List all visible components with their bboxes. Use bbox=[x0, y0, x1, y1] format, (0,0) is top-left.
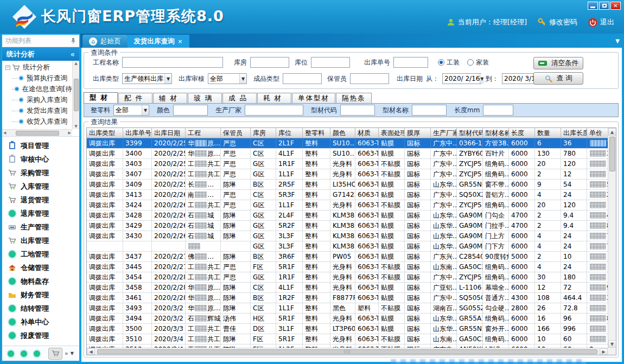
column-header-出库类型[interactable]: 出库类型 bbox=[87, 128, 123, 138]
material-tab-型材[interactable]: 型材 bbox=[84, 92, 118, 103]
column-header-颜色[interactable]: 颜色 bbox=[330, 128, 355, 138]
table-row[interactable]: 调拨出库35002020/3/3工共工程曹佳D区3L1F整料LT3P606063… bbox=[87, 324, 608, 334]
table-row[interactable]: 调拨出库34242020/2/26工共工程严思G区1L1F整料光身料6063-T… bbox=[87, 200, 608, 210]
table-row[interactable]: 调拨出库34582020/2/28华原…陈琳C区4L1F整料光身料6063-T5… bbox=[87, 283, 608, 293]
column-header-出库单号[interactable]: 出库单号 bbox=[123, 128, 152, 138]
tree-item[interactable]: 预算执行查询 bbox=[5, 73, 72, 84]
sidebar-item-采购管理[interactable]: 采购管理 bbox=[2, 166, 79, 180]
date-from-picker[interactable]: 2020/ 2/16▼ bbox=[442, 73, 481, 84]
tab-home[interactable]: ⌂ 起始页 bbox=[82, 35, 128, 48]
grid-vertical-scrollbar[interactable]: ▲ ▼ bbox=[608, 128, 616, 348]
warehouse-input[interactable] bbox=[250, 57, 289, 68]
table-row[interactable]: 调拨出库34452020/2/27工共工程严思F区5R1F整料光身料6063-T… bbox=[87, 262, 608, 272]
table-row[interactable]: 调拨出库33992020/2/25华原…严思C区2L1F整料SU10…6063-… bbox=[87, 138, 608, 149]
search-button[interactable]: 查 询 bbox=[533, 72, 583, 85]
sidebar-item-仓储管理[interactable]: 仓储管理 bbox=[2, 261, 79, 274]
chevron-down-icon[interactable]: ▼ bbox=[71, 351, 74, 356]
tree-expander-icon[interactable]: − bbox=[5, 65, 10, 70]
sidebar-item-退库管理[interactable]: 退库管理 bbox=[2, 207, 79, 220]
column-header-型材代码[interactable]: 型材代码 bbox=[457, 128, 483, 138]
column-header-库位[interactable]: 库位 bbox=[276, 128, 303, 138]
overflow-chevrons[interactable]: » bbox=[65, 350, 68, 357]
column-header-长度[interactable]: 长度 bbox=[509, 128, 535, 138]
radio-jiazhuang[interactable]: 家装 bbox=[467, 58, 489, 67]
profile-name-input[interactable] bbox=[412, 105, 447, 116]
quick-dot-button[interactable] bbox=[8, 350, 14, 357]
sidebar-item-报废管理[interactable]: 报废管理 bbox=[2, 329, 79, 342]
maker-input[interactable] bbox=[245, 105, 303, 116]
column-header-材质[interactable]: 材质 bbox=[355, 128, 379, 138]
table-row[interactable]: 调拨出库34072020/2/25工共工程严思G区1L1F整料光身料6063-T… bbox=[87, 169, 608, 180]
column-header-数量[interactable]: 数量 bbox=[535, 128, 561, 138]
keeper-input[interactable] bbox=[350, 73, 389, 84]
table-row[interactable]: 调拨出库34032020/2/25工共工程严思G区1R1F整料光身料6063-T… bbox=[87, 159, 608, 169]
sidebar-section-header[interactable]: 统计分析 « bbox=[2, 47, 79, 61]
project-name-input[interactable] bbox=[122, 57, 223, 68]
sidebar-item-退货管理[interactable]: 退货管理 bbox=[2, 193, 79, 207]
location-input[interactable] bbox=[311, 57, 350, 68]
table-row[interactable]: 调拨出库34542020/2/28工共工程严思G区1R1F整料光身料6063-T… bbox=[87, 272, 608, 283]
table-row[interactable]: 调拨出库34942020/3/2石辉城汤伟H区5R1F整料光身料6063-T5贴… bbox=[87, 314, 608, 324]
tree-root[interactable]: − 统计分析 bbox=[5, 62, 72, 73]
sidebar-item-生产管理[interactable]: 生产管理 bbox=[2, 220, 79, 234]
sidebar-item-财务管理[interactable]: 财务管理 bbox=[2, 288, 79, 302]
column-header-生产厂家[interactable]: 生产厂家 bbox=[431, 128, 457, 138]
length-input[interactable] bbox=[483, 105, 513, 116]
table-row[interactable]: 调拨出库34092020/2/25长…陈琳B区2R5F整料LI35HO6063-… bbox=[87, 180, 608, 190]
column-header-库房[interactable]: 库房 bbox=[251, 128, 276, 138]
whole-piece-select[interactable]: 全部▼ bbox=[113, 105, 149, 116]
column-header-膜厚[interactable]: 膜厚 bbox=[405, 128, 431, 138]
close-tab-icon[interactable]: × bbox=[178, 38, 183, 45]
tab-shipment-outbound-query[interactable]: 发货出库查询 × bbox=[128, 35, 189, 48]
close-button[interactable]: ✕ bbox=[610, 2, 621, 10]
sidebar-item-补单中心[interactable]: 补单中心 bbox=[2, 315, 79, 329]
scroll-left-icon[interactable]: ◀ bbox=[87, 348, 95, 355]
column-header-整零料[interactable]: 整零料 bbox=[303, 128, 330, 138]
scroll-up-icon[interactable]: ▲ bbox=[74, 61, 77, 66]
color-input[interactable] bbox=[173, 105, 208, 116]
quick-dot-button[interactable] bbox=[34, 350, 40, 357]
table-row[interactable]: 调拨出库34932020/3/2华原…陈琳C区1L1F整料黑色塑料不贴膜国标湖南… bbox=[87, 303, 608, 314]
grid-horizontal-scrollbar[interactable]: ◀ |||| ▶ bbox=[87, 348, 608, 355]
product-type-input[interactable] bbox=[283, 73, 322, 84]
column-header-工程[interactable]: 工程 bbox=[186, 128, 221, 138]
sidebar-item-项目管理[interactable]: 项目管理 bbox=[2, 139, 79, 152]
column-header-出库日期[interactable]: 出库日期 bbox=[152, 128, 186, 138]
column-header-保管员[interactable]: 保管员 bbox=[221, 128, 251, 138]
tab-overflow-chevron-icon[interactable]: ▼ bbox=[615, 38, 620, 44]
table-row[interactable]: 调拨出库34302020/2/26石城陈琳G区3L3F整料KLM38176063… bbox=[87, 231, 608, 241]
table-row[interactable]: G区3L3F整料KLM38176063-T5贴膜国标山东华…GA90M09…门下… bbox=[87, 241, 608, 252]
audit-select[interactable]: 全部▼ bbox=[208, 73, 247, 84]
material-tab-成品[interactable]: 成品 bbox=[222, 93, 257, 103]
quick-dot-button[interactable] bbox=[21, 350, 27, 357]
material-tab-耗材[interactable]: 耗材 bbox=[257, 93, 291, 103]
material-tab-配件[interactable]: 配件 bbox=[118, 93, 152, 103]
material-tab-隔热条[interactable]: 隔热条 bbox=[336, 93, 372, 103]
radio-gongzhuang[interactable]: 工装 bbox=[438, 58, 460, 67]
table-row[interactable]: 调拨出库34292020/2/26石城陈琳G区5R2F整料KLM38176063… bbox=[87, 221, 608, 231]
table-row[interactable]: 调拨出库35102020/3/4工共工程陈琳F区5R1F整料光身料6063-T5… bbox=[87, 334, 608, 344]
sidebar-item-工地管理[interactable]: 工地管理 bbox=[2, 247, 79, 261]
quick-cart-button[interactable] bbox=[48, 348, 62, 360]
clear-conditions-button[interactable]: 清空条件 bbox=[533, 57, 583, 69]
tree-vertical-scrollbar[interactable]: ▲▼ bbox=[72, 61, 79, 129]
order-no-input[interactable] bbox=[393, 57, 428, 68]
minimize-button[interactable] bbox=[588, 2, 598, 10]
scroll-left-icon[interactable]: ◀ bbox=[3, 131, 6, 135]
tree-horizontal-scrollbar[interactable]: ◀▶ bbox=[2, 129, 72, 136]
tree-item[interactable]: 在途信息查询[待 bbox=[5, 84, 72, 94]
sidebar-item-物料盘存[interactable]: 物料盘存 bbox=[2, 274, 79, 288]
sidebar-item-审核中心[interactable]: 审核中心 bbox=[2, 152, 79, 166]
table-row[interactable]: 调拨出库34132020/2/26南…严思C区5R3F整料G714226063-… bbox=[87, 190, 608, 200]
scroll-right-icon[interactable]: ▶ bbox=[600, 348, 608, 355]
change-password-link[interactable]: 修改密码 bbox=[538, 17, 577, 27]
column-header-出库长度[interactable]: 出库长度 bbox=[561, 128, 587, 138]
scroll-right-icon[interactable]: ▶ bbox=[68, 131, 71, 135]
column-header-表面处理[interactable]: 表面处理 bbox=[379, 128, 405, 138]
logout-link[interactable]: 退出 bbox=[588, 17, 614, 27]
pin-icon[interactable] bbox=[71, 37, 76, 44]
maximize-button[interactable] bbox=[599, 2, 609, 10]
out-type-select[interactable]: 生产领料出库▼ bbox=[122, 73, 172, 84]
scroll-down-icon[interactable]: ▼ bbox=[74, 124, 77, 129]
table-row[interactable]: 调拨出库34612020/2/28华原…陈琳B区1R2F整料F8877FT606… bbox=[87, 293, 608, 303]
